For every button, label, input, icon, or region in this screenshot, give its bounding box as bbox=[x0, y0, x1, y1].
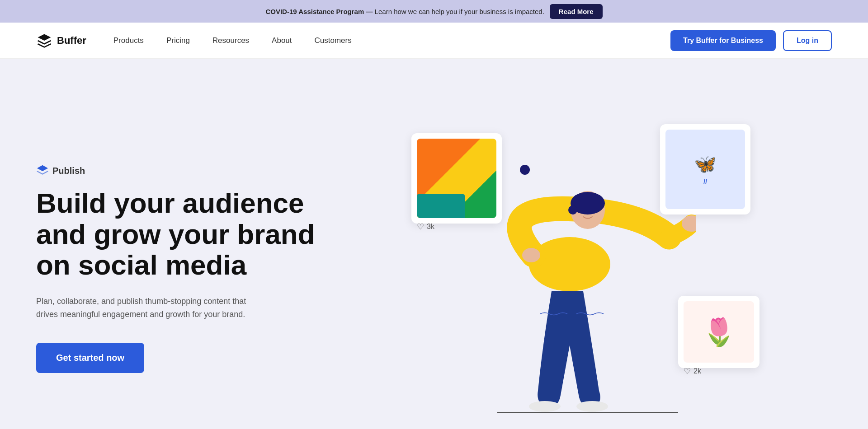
hero-section: Publish Build your audience and grow you… bbox=[0, 59, 868, 429]
svg-point-4 bbox=[529, 401, 561, 412]
card-teal-block bbox=[417, 194, 465, 218]
try-business-button[interactable]: Try Buffer for Business bbox=[670, 30, 776, 51]
hero-title: Build your audience and grow your brand … bbox=[36, 188, 353, 280]
main-nav: Products Pricing Resources About Custome… bbox=[113, 36, 670, 45]
nav-customers[interactable]: Customers bbox=[315, 36, 352, 45]
publish-label-container: Publish bbox=[36, 164, 353, 177]
announcement-bar: COVID-19 Assistance Program — Learn how … bbox=[0, 0, 868, 23]
butterfly-icon: 🦋 bbox=[694, 154, 717, 175]
flower-icon: 🌷 bbox=[702, 316, 736, 348]
hero-left: Publish Build your audience and grow you… bbox=[36, 155, 353, 373]
logo-link[interactable]: Buffer bbox=[36, 33, 86, 49]
svg-point-8 bbox=[522, 248, 540, 262]
nav-resources[interactable]: Resources bbox=[212, 36, 249, 45]
nav-about[interactable]: About bbox=[272, 36, 292, 45]
publish-text: Publish bbox=[52, 166, 85, 176]
read-more-button[interactable]: Read More bbox=[550, 4, 603, 19]
hero-right: ♡ 3k 🦋 // 🌷 ♡ 2k bbox=[353, 95, 832, 429]
logo-text: Buffer bbox=[57, 35, 86, 47]
login-button[interactable]: Log in bbox=[783, 30, 832, 51]
svg-point-3 bbox=[568, 205, 577, 214]
card-slash-text: // bbox=[703, 178, 707, 186]
nav-products[interactable]: Products bbox=[113, 36, 144, 45]
header: Buffer Products Pricing Resources About … bbox=[0, 23, 868, 59]
publish-icon bbox=[36, 164, 49, 177]
heart-icon-left: ♡ bbox=[417, 222, 424, 232]
announcement-bold: COVID-19 Assistance Program — bbox=[265, 8, 373, 15]
person-illustration bbox=[461, 120, 696, 418]
get-started-button[interactable]: Get started now bbox=[36, 343, 144, 373]
hero-subtitle: Plan, collaborate, and publish thumb-sto… bbox=[36, 295, 262, 321]
announcement-rest: Learn how we can help you if your busine… bbox=[375, 8, 544, 15]
nav-pricing[interactable]: Pricing bbox=[166, 36, 190, 45]
buffer-logo-icon bbox=[36, 33, 52, 49]
svg-point-5 bbox=[576, 401, 608, 412]
card-left-like-count: 3k bbox=[427, 223, 434, 231]
announcement-text: COVID-19 Assistance Program — Learn how … bbox=[265, 8, 544, 15]
illustration-container: ♡ 3k 🦋 // 🌷 ♡ 2k bbox=[389, 106, 796, 422]
header-actions: Try Buffer for Business Log in bbox=[670, 30, 832, 51]
